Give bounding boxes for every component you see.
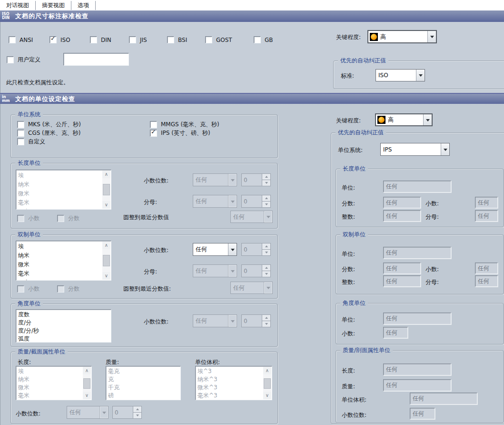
checkbox-bsi[interactable]: ✓ BSI bbox=[167, 36, 187, 43]
field-value: 任何 bbox=[478, 199, 489, 207]
user-defined-input[interactable] bbox=[63, 53, 129, 66]
scroll-track[interactable] bbox=[102, 178, 110, 201]
scroll-up-icon[interactable]: ∧ bbox=[83, 367, 91, 374]
chevron-down-icon[interactable] bbox=[416, 70, 425, 81]
field-value: 任何 bbox=[386, 365, 397, 374]
list-item[interactable]: 埃 bbox=[18, 242, 111, 251]
decimal-places-select-dual[interactable]: 任何 bbox=[193, 243, 237, 256]
list-item[interactable]: 微米^3 bbox=[198, 384, 272, 392]
mass-list[interactable]: 毫克 克 千克 磅 bbox=[106, 366, 181, 400]
group-caption: 双制单位 bbox=[340, 231, 368, 239]
list-item[interactable]: 毫米 bbox=[18, 198, 111, 207]
checkbox-label: 分数 bbox=[68, 214, 79, 223]
scroll-thumb[interactable] bbox=[83, 378, 90, 389]
checkbox-gb[interactable]: ✓ GB bbox=[254, 36, 273, 43]
list-item[interactable]: 度/分 bbox=[18, 319, 111, 327]
field-value: 任何 bbox=[386, 329, 397, 337]
unit-system-select[interactable]: IPS bbox=[380, 143, 450, 156]
checkbox-gost[interactable]: ✓ GOST bbox=[205, 36, 232, 43]
list-item[interactable]: 磅 bbox=[108, 392, 180, 400]
denominator-select: 任何 bbox=[193, 195, 237, 208]
list-item[interactable]: 度数 bbox=[18, 311, 111, 319]
volume-list[interactable]: 埃^3 纳米^3 微米^3 毫米^3 厘米^3 ∧ ∨ bbox=[195, 366, 272, 400]
list-item[interactable]: 毫克 bbox=[108, 367, 180, 375]
field-value: 任何 bbox=[386, 199, 397, 207]
decimal-places-spinner: 0 bbox=[241, 173, 271, 186]
chevron-down-icon bbox=[99, 406, 108, 418]
scroll-down-icon[interactable]: ∨ bbox=[102, 201, 110, 209]
list-item[interactable]: 毫米 bbox=[18, 269, 111, 278]
scroll-track[interactable] bbox=[263, 374, 271, 392]
group-caption: 双制单位 bbox=[15, 231, 43, 239]
chevron-down-icon[interactable] bbox=[427, 31, 436, 42]
chevron-down-icon[interactable] bbox=[228, 243, 237, 255]
checkbox-din[interactable]: ✓ DIN bbox=[90, 36, 111, 43]
list-item[interactable]: 埃 bbox=[18, 171, 111, 180]
list-item[interactable]: 毫米 bbox=[18, 392, 91, 400]
unit-label: 单位: bbox=[342, 316, 355, 324]
length-units-list[interactable]: 埃 纳米 微米 毫米 厘米 ∧ ∨ bbox=[16, 170, 111, 210]
list-item[interactable]: 纳米 bbox=[18, 180, 111, 189]
checkbox-ips[interactable]: ✓ IPS (英寸、磅、秒) bbox=[150, 129, 210, 137]
list-item[interactable]: 微米 bbox=[18, 260, 111, 269]
checkbox-cgs[interactable]: ✓ CGS (厘米、克、秒) bbox=[17, 129, 80, 137]
criticality-select-2[interactable]: 高 bbox=[375, 113, 433, 126]
scroll-track[interactable] bbox=[83, 374, 91, 392]
checkbox-user-defined[interactable]: ✓ 用户定义 bbox=[7, 56, 40, 64]
angle-units-list[interactable]: 度数 度/分 度/分/秒 弧度 bbox=[16, 309, 111, 343]
dual-units-list[interactable]: 埃 纳米 微米 毫米 厘米 ∧ ∨ bbox=[16, 241, 111, 281]
combo-value: 任何 bbox=[231, 211, 264, 223]
scroll-track[interactable] bbox=[102, 249, 110, 272]
list-item[interactable]: 埃^3 bbox=[198, 367, 272, 375]
list-item[interactable]: 度/分/秒 bbox=[18, 327, 111, 335]
list-item[interactable]: 厘米 bbox=[18, 278, 111, 281]
in-mm-icon-line2: mm bbox=[2, 99, 13, 103]
group-caption: 优先的自动纠正值 bbox=[336, 129, 386, 137]
checkbox-ansi[interactable]: ✓ ANSI bbox=[9, 36, 33, 43]
list-item[interactable]: 纳米 bbox=[18, 251, 111, 260]
decimal-value-field: 任何 bbox=[383, 327, 408, 338]
scroll-down-icon[interactable]: ∨ bbox=[83, 392, 91, 399]
list-item[interactable]: 厘米 bbox=[18, 400, 91, 400]
scroll-up-icon[interactable]: ∧ bbox=[263, 367, 271, 374]
checkbox-mks[interactable]: ✓ MKS (米、公斤、秒) bbox=[17, 121, 81, 129]
checkbox-jis[interactable]: ✓ JIS bbox=[129, 36, 147, 43]
checkbox-box: ✓ bbox=[254, 36, 261, 43]
scroll-thumb[interactable] bbox=[264, 378, 271, 389]
scrollbar[interactable]: ∧ ∨ bbox=[102, 171, 110, 209]
chevron-down-icon[interactable] bbox=[423, 114, 432, 125]
tab-options[interactable]: 选项 bbox=[71, 1, 96, 10]
list-item[interactable]: 埃 bbox=[18, 367, 91, 375]
section1-note: 此只检查文档属性设定。 bbox=[6, 79, 69, 87]
scrollbar[interactable]: ∧ ∨ bbox=[263, 367, 271, 399]
list-item[interactable]: 纳米^3 bbox=[198, 375, 272, 384]
list-item[interactable]: 克 bbox=[108, 375, 180, 384]
field-value: 任何 bbox=[386, 212, 397, 220]
list-item[interactable]: 弧度 bbox=[18, 335, 111, 343]
scroll-up-icon[interactable]: ∧ bbox=[102, 242, 110, 249]
scroll-up-icon[interactable]: ∧ bbox=[102, 171, 110, 178]
scrollbar[interactable]: ∧ ∨ bbox=[83, 367, 91, 399]
scroll-thumb[interactable] bbox=[103, 255, 110, 266]
scroll-down-icon[interactable]: ∨ bbox=[102, 272, 110, 280]
checkbox-iso[interactable]: ✓ ISO bbox=[49, 36, 70, 43]
chevron-down-icon[interactable] bbox=[441, 143, 449, 155]
list-item[interactable]: 微米 bbox=[18, 384, 91, 392]
list-item[interactable]: 微米 bbox=[18, 189, 111, 198]
list-item[interactable]: 厘米^3 bbox=[198, 400, 272, 400]
scroll-thumb[interactable] bbox=[103, 184, 110, 195]
tab-dialog-view[interactable]: 对话视图 bbox=[0, 1, 36, 10]
checkbox-custom-units[interactable]: ✓ 自定义 bbox=[17, 138, 45, 146]
scroll-down-icon[interactable]: ∨ bbox=[263, 392, 271, 399]
list-item[interactable]: 厘米 bbox=[18, 207, 111, 210]
scrollbar[interactable]: ∧ ∨ bbox=[102, 242, 110, 280]
criticality-select-1[interactable]: 高 bbox=[367, 30, 437, 43]
mass-length-list[interactable]: 埃 纳米 微米 毫米 厘米 ∧ ∨ bbox=[16, 366, 92, 400]
list-item[interactable]: 纳米 bbox=[18, 375, 91, 384]
standard-select[interactable]: ISO bbox=[376, 69, 425, 81]
checkbox-mmgs[interactable]: ✓ MMGS (毫米、克、秒) bbox=[150, 121, 219, 129]
unit-value-field: 任何 bbox=[383, 181, 451, 192]
list-item[interactable]: 千克 bbox=[108, 384, 180, 392]
tab-summary-view[interactable]: 摘要视图 bbox=[36, 1, 71, 10]
list-item[interactable]: 毫米^3 bbox=[198, 392, 272, 400]
